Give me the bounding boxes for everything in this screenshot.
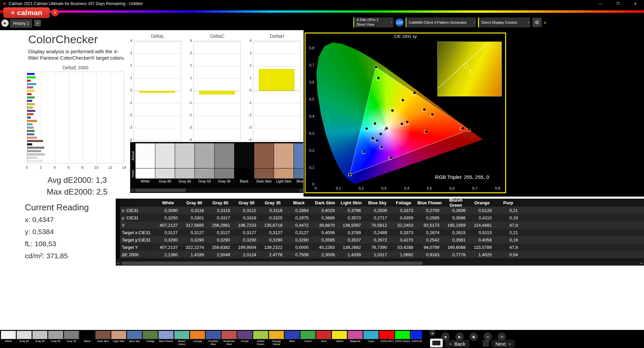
- pattern-button[interactable]: Magenta: [347, 331, 363, 346]
- tab-history-1[interactable]: History 1: [10, 19, 32, 28]
- scroll-track[interactable]: [120, 261, 639, 266]
- meter-dropdown[interactable]: X-Rite i1Pro 2 Direct View ▾: [353, 17, 393, 27]
- table-cell: 0,3317: [207, 215, 233, 220]
- meter-read-count-badge[interactable]: 234: [395, 18, 404, 26]
- workflow-home-button[interactable]: [483, 341, 489, 346]
- toolbar-more-button[interactable]: »: [544, 17, 546, 27]
- axis-tick-label: 4: [125, 39, 132, 43]
- pattern-button[interactable]: Light Skin: [111, 331, 126, 346]
- pattern-button[interactable]: Purple: [237, 331, 253, 346]
- pattern-button[interactable]: White: [1, 331, 16, 346]
- axis-tick-label: 0: [307, 182, 314, 186]
- pattern-generator-name: CalMAN Client 3 Pattern Generator: [409, 20, 467, 24]
- pattern-button[interactable]: Dark Skin: [95, 331, 111, 346]
- table-cell: 0,2542: [417, 237, 443, 242]
- back-button[interactable]: « Back: [445, 340, 469, 347]
- table-scrollbar[interactable]: ◄ ►: [116, 261, 644, 266]
- strip-actual-swatch: [254, 143, 274, 168]
- add-tab-button[interactable]: +: [34, 20, 41, 26]
- cie-measured-marker: [391, 109, 394, 112]
- scroll-right-button[interactable]: ►: [299, 188, 303, 192]
- table-row[interactable]: Target y:CIE310,32900,32900,32900,32900,…: [120, 236, 644, 243]
- display-preview-button[interactable]: [430, 339, 443, 347]
- maximize-button[interactable]: ❐: [609, 0, 627, 7]
- capture-button[interactable]: ▣: [470, 333, 478, 341]
- settings-gear-button[interactable]: ⚙: [532, 18, 542, 27]
- table-cell: 0,3127: [181, 230, 207, 235]
- avg-de-value: Avg dE2000: 1,3: [18, 176, 136, 185]
- pattern-swatch: [269, 331, 284, 339]
- scroll-track[interactable]: [135, 188, 299, 192]
- logo-menu-button[interactable]: ▾: [51, 9, 59, 16]
- table-cell: 0,3290: [286, 237, 312, 242]
- table-cell: 0,2975: [286, 215, 312, 220]
- table-cell: 47,9: [495, 245, 521, 250]
- pattern-button[interactable]: Red: [316, 331, 331, 346]
- pattern-swatch: [32, 331, 48, 339]
- pattern-button[interactable]: 100% Red: [379, 331, 394, 346]
- axis-tick-label: -4: [184, 138, 192, 142]
- calman-logo[interactable]: ✳ calman: [3, 7, 50, 18]
- table-row[interactable]: Target Y407,2137322,2274259,6382199,9504…: [120, 243, 644, 251]
- table-cell: 0,2717: [364, 215, 390, 220]
- table-row[interactable]: y: CIE310,32500,33010,33170,33180,33250,…: [120, 214, 644, 221]
- pattern-button[interactable]: Purplish Blue: [206, 331, 221, 346]
- pattern-button[interactable]: Blue Flower: [158, 331, 174, 346]
- pattern-button[interactable]: Orange Yellow: [269, 331, 284, 346]
- scroll-thumb[interactable]: [122, 262, 423, 265]
- scroll-left-button[interactable]: ◄: [116, 261, 120, 266]
- table-row[interactable]: x: CIE310,30900,31180,31150,31220,31160,…: [120, 207, 644, 214]
- deltae-bar: [27, 86, 33, 88]
- strip-scrollbar[interactable]: ◄ ►: [130, 188, 303, 192]
- table-header-row: WhiteGray 80Gray 65Gray 50Gray 35BlackDa…: [120, 199, 644, 207]
- continuous-measure-button[interactable]: ∞: [484, 333, 492, 341]
- strip-target-swatch: [136, 168, 155, 179]
- close-button[interactable]: ✕: [627, 0, 644, 7]
- pattern-button[interactable]: Bluish Green: [174, 331, 190, 346]
- strip-actual-swatch: [195, 143, 214, 168]
- deltae-bar: [27, 143, 32, 145]
- pattern-button[interactable]: Black: [79, 331, 95, 346]
- scroll-thumb[interactable]: [135, 189, 185, 192]
- sync-button[interactable]: ⟲: [498, 333, 506, 341]
- next-button[interactable]: Next »: [492, 340, 515, 347]
- play-button[interactable]: ▶: [455, 333, 464, 341]
- scroll-right-button[interactable]: ►: [639, 261, 644, 266]
- pattern-generator-dropdown[interactable]: CalMAN Client 3 Pattern Generator ▾: [406, 17, 476, 27]
- eject-button[interactable]: ⏏: [429, 330, 435, 336]
- pattern-button[interactable]: Gray 80: [16, 331, 32, 346]
- pattern-button[interactable]: Yellow Green: [253, 331, 268, 346]
- cie-measured-marker: [413, 91, 416, 94]
- scroll-left-button[interactable]: ◄: [130, 188, 135, 192]
- pattern-button[interactable]: Gray 50: [48, 331, 63, 346]
- pattern-button[interactable]: Orange: [190, 331, 205, 346]
- axis-tick-label: 0,1: [307, 165, 314, 169]
- minimize-button[interactable]: —: [592, 0, 609, 7]
- pattern-button[interactable]: Blue: [284, 331, 300, 346]
- pattern-button[interactable]: Blue Sky: [127, 331, 142, 346]
- actual-row-label: Actual: [130, 143, 135, 168]
- pattern-button[interactable]: Yellow: [332, 331, 347, 346]
- pattern-swatch: [127, 331, 142, 339]
- pattern-button[interactable]: Moderate Red: [221, 331, 237, 346]
- table-row[interactable]: ΔE 20002,13801,41892,50492,01242,47760,7…: [120, 251, 644, 258]
- pattern-button[interactable]: Green: [300, 331, 316, 346]
- pattern-button[interactable]: Gray 35: [64, 331, 79, 346]
- strip-actual-swatch: [136, 143, 155, 168]
- table-row[interactable]: Target x:CIE310,31270,31270,31270,31270,…: [120, 229, 644, 236]
- pattern-label: White: [1, 340, 16, 346]
- delta-chart-plot: [193, 41, 241, 141]
- strip-patch: Gray 35: [215, 143, 234, 186]
- pattern-button[interactable]: Cyan: [363, 331, 379, 346]
- display-control-dropdown[interactable]: Direct Display Control ▾: [478, 17, 530, 27]
- table-cell: 40,2283: [312, 245, 338, 250]
- pattern-button[interactable]: Gray 65: [32, 331, 48, 346]
- table-row[interactable]: Y407,2137317,5685256,2961196,7233135,671…: [120, 221, 644, 229]
- pattern-button[interactable]: 100% Green: [395, 331, 410, 346]
- pattern-button[interactable]: Foliage: [143, 331, 158, 346]
- axis-tick-label: 0,8: [495, 186, 500, 190]
- tab-nav-button[interactable]: ▶: [1, 19, 9, 27]
- axis-tick-label: -1: [125, 100, 132, 105]
- strip-target-swatch: [175, 168, 195, 179]
- meter-mode: Direct View: [357, 22, 374, 27]
